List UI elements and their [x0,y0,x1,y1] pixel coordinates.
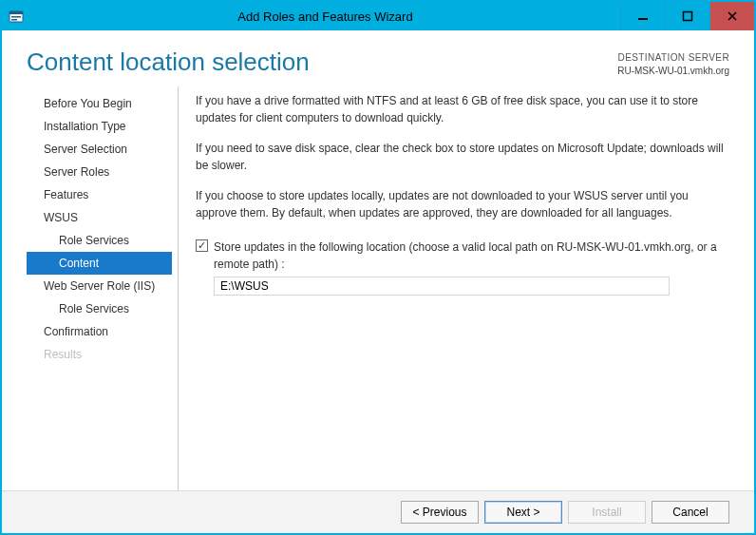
nav-item-server_roles[interactable]: Server Roles [27,161,172,183]
window-buttons [620,2,754,30]
content-para-3: If you choose to store updates locally, … [196,187,728,221]
close-button[interactable] [709,2,754,30]
destination-label: DESTINATION SERVER [617,51,729,65]
store-updates-label[interactable]: Store updates in the following location … [214,239,728,273]
svg-rect-1 [9,11,23,14]
content-pane: If you have a drive formatted with NTFS … [179,86,729,490]
nav-item-results: Results [27,343,172,366]
store-path-input[interactable] [214,277,670,296]
svg-rect-4 [638,18,648,20]
nav-item-wsus[interactable]: WSUS [27,206,172,229]
next-button[interactable]: Next > [484,501,562,524]
nav-item-install_type[interactable]: Installation Type [27,115,172,138]
title-bar: Add Roles and Features Wizard [2,2,754,30]
svg-rect-2 [11,16,21,18]
content-para-2: If you need to save disk space, clear th… [196,140,728,174]
nav-item-iis[interactable]: Web Server Role (IIS) [27,275,172,297]
nav-item-wsus_content[interactable]: Content [27,252,172,275]
store-updates-row: Store updates in the following location … [196,239,728,273]
svg-rect-5 [684,12,692,21]
wizard-nav: Before You BeginInstallation TypeServer … [27,86,179,490]
main-split: Before You BeginInstallation TypeServer … [2,86,754,490]
page-title: Content location selection [27,48,310,77]
destination-value: RU-MSK-WU-01.vmkh.org [617,65,729,78]
nav-item-wsus_role_services[interactable]: Role Services [27,229,172,252]
wizard-body: Content location selection DESTINATION S… [2,30,754,533]
install-button[interactable]: Install [568,501,646,524]
previous-button[interactable]: < Previous [401,501,479,524]
window-title: Add Roles and Features Wizard [30,2,620,30]
maximize-button[interactable] [665,2,709,30]
svg-rect-3 [11,19,17,21]
app-icon [2,2,30,30]
store-updates-checkbox[interactable] [196,239,208,252]
wizard-footer: < Previous Next > Install Cancel [2,490,754,533]
nav-item-server_selection[interactable]: Server Selection [27,138,172,161]
content-para-1: If you have a drive formatted with NTFS … [196,92,728,126]
minimize-button[interactable] [620,2,665,30]
header-row: Content location selection DESTINATION S… [2,30,754,86]
wizard-window: Add Roles and Features Wizard Content lo… [0,0,756,535]
destination-block: DESTINATION SERVER RU-MSK-WU-01.vmkh.org [617,48,729,77]
nav-item-before[interactable]: Before You Begin [27,92,172,115]
nav-item-iis_role_services[interactable]: Role Services [27,297,172,320]
nav-item-features[interactable]: Features [27,183,172,206]
nav-item-confirmation[interactable]: Confirmation [27,320,172,343]
cancel-button[interactable]: Cancel [652,501,729,524]
